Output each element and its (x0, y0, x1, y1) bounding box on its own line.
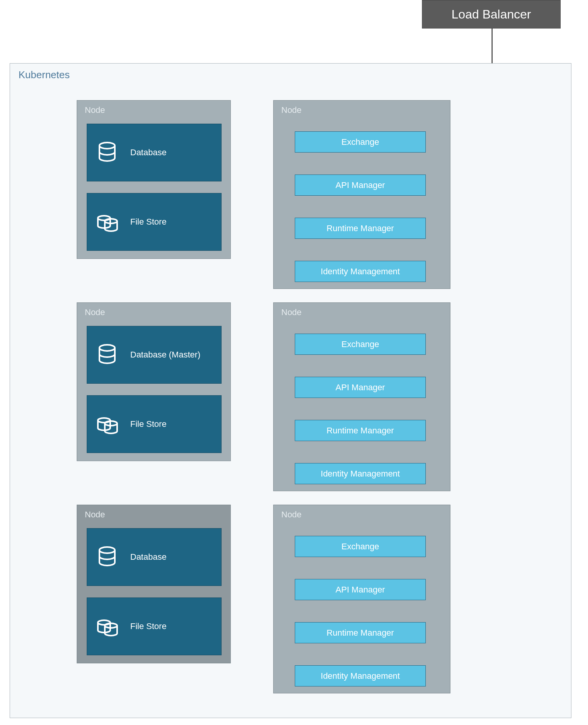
database-label: Database (130, 148, 166, 158)
node-label: Node (281, 510, 302, 520)
service-runtime-manager: Runtime Manager (295, 420, 426, 441)
filestore-label: File Store (130, 621, 166, 631)
node-box-right-2: Node Exchange API Manager Runtime Manage… (273, 302, 450, 491)
filestore-label: File Store (130, 217, 166, 227)
load-balancer-box: Load Balancer (422, 0, 561, 29)
load-balancer-label: Load Balancer (452, 7, 531, 22)
filestore-label: File Store (130, 419, 166, 429)
kubernetes-label: Kubernetes (18, 69, 70, 81)
database-label: Database (130, 552, 166, 562)
service-api-manager: API Manager (295, 377, 426, 398)
filestore-icon (96, 615, 119, 638)
database-icon (96, 343, 119, 366)
database-box: Database (87, 124, 222, 181)
kubernetes-cluster: Kubernetes Node Database (10, 63, 571, 718)
filestore-box: File Store (87, 193, 222, 251)
service-api-manager: API Manager (295, 579, 426, 600)
svg-point-45 (99, 143, 115, 149)
node-label: Node (85, 510, 105, 520)
filestore-icon (96, 413, 119, 436)
node-box-right-3: Node Exchange API Manager Runtime Manage… (273, 505, 450, 693)
service-identity-management: Identity Management (295, 463, 426, 484)
service-runtime-manager: Runtime Manager (295, 622, 426, 643)
database-icon (96, 141, 119, 164)
service-identity-management: Identity Management (295, 261, 426, 282)
node-box-right-1: Node Exchange API Manager Runtime Manage… (273, 100, 450, 289)
database-icon (96, 545, 119, 569)
database-master-box: Database (Master) (87, 326, 222, 384)
node-label: Node (281, 105, 302, 115)
node-label: Node (281, 307, 302, 317)
svg-point-48 (99, 345, 115, 351)
service-api-manager: API Manager (295, 175, 426, 196)
node-label: Node (85, 105, 105, 115)
svg-point-51 (99, 547, 115, 553)
service-exchange: Exchange (295, 334, 426, 355)
database-master-label: Database (Master) (130, 350, 200, 360)
service-exchange: Exchange (295, 536, 426, 557)
service-identity-management: Identity Management (295, 665, 426, 686)
service-exchange: Exchange (295, 131, 426, 153)
node-box-left-3: Node Database (77, 505, 231, 663)
filestore-box: File Store (87, 395, 222, 453)
filestore-box: File Store (87, 597, 222, 655)
node-box-left-1: Node Database (77, 100, 231, 259)
node-box-left-2: Node Database (Master) (77, 302, 231, 461)
node-label: Node (85, 307, 105, 317)
database-box: Database (87, 528, 222, 586)
service-runtime-manager: Runtime Manager (295, 218, 426, 239)
filestore-icon (96, 210, 119, 233)
